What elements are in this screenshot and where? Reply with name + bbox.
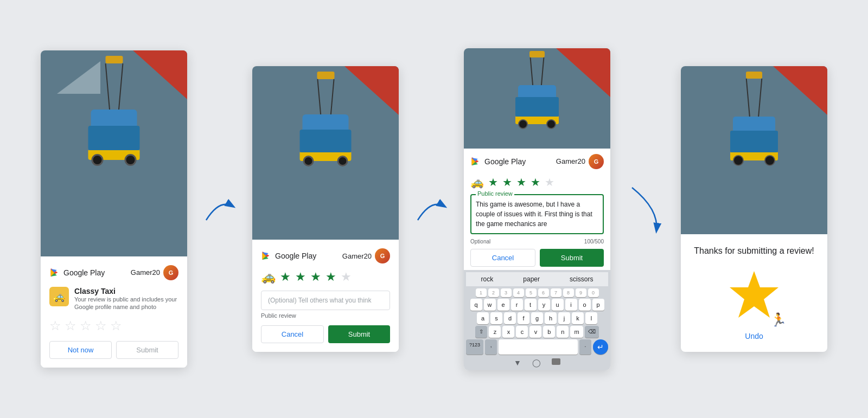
kb-g[interactable]: g — [531, 312, 543, 324]
kb-w[interactable]: w — [484, 299, 496, 311]
kb-nav-home[interactable]: ◯ — [532, 358, 541, 367]
kb-p[interactable]: p — [592, 299, 604, 311]
kb-4[interactable]: 4 — [513, 288, 524, 297]
user-avatar-1: G — [163, 265, 178, 280]
suggestion-rock[interactable]: rock — [481, 275, 494, 283]
kb-e[interactable]: e — [497, 299, 509, 311]
stars-row-1[interactable]: ☆ ☆ ☆ ☆ ☆ — [49, 318, 178, 333]
kb-comma[interactable]: , — [485, 339, 497, 355]
star-3-3[interactable]: ★ — [516, 176, 526, 189]
kb-j[interactable]: j — [558, 312, 570, 324]
taxi-icon-2: 🚕 — [261, 270, 276, 284]
kb-y[interactable]: y — [538, 299, 550, 311]
google-play-icon-1 — [49, 267, 60, 278]
user-name-1: Gamer20 — [131, 268, 160, 276]
kb-period[interactable]: . — [579, 339, 591, 355]
star-3-4[interactable]: ★ — [531, 176, 540, 189]
screen3: Google Play Gamer20 G 🚕 ★ ★ ★ ★ ★ Public… — [464, 48, 610, 370]
cancel-button-2[interactable]: Cancel — [261, 325, 324, 343]
suggestion-scissors[interactable]: scissors — [570, 275, 593, 283]
kb-7[interactable]: 7 — [551, 288, 561, 297]
app-info-1: 🚕 Classy Taxi Your review is public and … — [49, 287, 178, 311]
kb-h[interactable]: h — [545, 312, 557, 324]
kb-3[interactable]: 3 — [501, 288, 512, 297]
review-counter-3: 100/500 — [584, 239, 604, 245]
arrow-svg-3 — [627, 177, 665, 242]
kb-i[interactable]: i — [565, 299, 577, 311]
suggestion-paper[interactable]: paper — [523, 275, 540, 283]
star-2-2[interactable]: ★ — [295, 270, 306, 284]
taxi-icon-3: 🚕 — [470, 176, 484, 189]
gplay-header-1: Google Play Gamer20 G — [49, 265, 178, 280]
kb-l[interactable]: l — [585, 312, 597, 324]
star-3-2[interactable]: ★ — [502, 176, 512, 189]
submit-button-1[interactable]: Submit — [116, 341, 178, 359]
kb-u[interactable]: u — [552, 299, 564, 311]
star-2-1[interactable]: ★ — [280, 270, 291, 284]
kb-b[interactable]: b — [543, 326, 555, 338]
app-icon-1: 🚕 — [49, 287, 69, 306]
kb-sym[interactable]: ?123 — [466, 339, 483, 355]
kb-2[interactable]: 2 — [488, 288, 499, 297]
screen1: Google Play Gamer20 G 🚕 Classy Taxi Your… — [41, 50, 187, 368]
star-3-1[interactable]: ★ — [488, 176, 498, 189]
kb-z[interactable]: z — [489, 326, 501, 338]
kb-n[interactable]: n — [557, 326, 569, 338]
star-1-4[interactable]: ☆ — [95, 318, 107, 333]
arrow-1 — [203, 188, 236, 231]
kb-f[interactable]: f — [518, 312, 529, 324]
kb-delete[interactable]: ⌫ — [585, 326, 599, 338]
kb-1[interactable]: 1 — [476, 288, 487, 297]
kb-6[interactable]: 6 — [538, 288, 549, 297]
game-background-2 — [252, 66, 399, 240]
kb-row-2: a s d f g h j k l — [466, 312, 608, 324]
kb-c[interactable]: c — [516, 326, 528, 338]
cancel-button-3[interactable]: Cancel — [470, 249, 535, 267]
thanks-text: Thanks for submitting a review! — [690, 245, 819, 257]
kb-o[interactable]: o — [579, 299, 591, 311]
kb-8[interactable]: 8 — [563, 288, 574, 297]
undo-button[interactable]: Undo — [745, 332, 763, 340]
kb-r[interactable]: r — [511, 299, 523, 311]
gplay-user-1: Gamer20 G — [131, 265, 178, 280]
kb-v[interactable]: v — [529, 326, 541, 338]
kb-9[interactable]: 9 — [576, 288, 586, 297]
star-2-4[interactable]: ★ — [326, 270, 336, 284]
star-3-5[interactable]: ★ — [545, 176, 554, 189]
kb-nav-down[interactable]: ▼ — [514, 358, 521, 367]
gplay-logo-text-1: Google Play — [63, 268, 105, 277]
kb-a[interactable]: a — [477, 312, 489, 324]
review-input-2[interactable]: (Optional) Tell others what you think — [261, 291, 390, 310]
kb-d[interactable]: d — [504, 312, 516, 324]
review-counter-row: Optional 100/500 — [470, 239, 604, 245]
kb-m[interactable]: m — [570, 326, 583, 338]
gplay-logo-3: Google Play — [470, 156, 526, 167]
gplay-user-2: Gamer20 G — [342, 248, 390, 263]
kb-t[interactable]: t — [525, 299, 537, 311]
kb-x[interactable]: x — [502, 326, 514, 338]
star-2-5[interactable]: ★ — [341, 270, 352, 284]
star-1-5[interactable]: ☆ — [110, 318, 122, 333]
submit-button-3[interactable]: Submit — [540, 249, 604, 267]
kb-k[interactable]: k — [572, 312, 584, 324]
kb-shift[interactable]: ⇧ — [475, 326, 487, 338]
submit-button-2[interactable]: Submit — [328, 325, 390, 343]
game-background-4 — [681, 66, 827, 234]
kb-space[interactable] — [499, 339, 578, 355]
star-2-3[interactable]: ★ — [310, 270, 321, 284]
kb-0[interactable]: 0 — [588, 288, 599, 297]
kb-s[interactable]: s — [490, 312, 502, 324]
not-now-button[interactable]: Not now — [49, 341, 112, 359]
kb-row-nums: 1 2 3 4 5 6 7 8 9 0 — [466, 288, 608, 297]
review-text-3: This game is awesome, but I have a coupl… — [476, 200, 598, 229]
review-textarea-3[interactable]: Public review This game is awesome, but … — [470, 194, 604, 234]
kb-5[interactable]: 5 — [526, 288, 537, 297]
star-1-1[interactable]: ☆ — [49, 318, 61, 333]
star-1-3[interactable]: ☆ — [80, 318, 92, 333]
gplay-header-2: Google Play Gamer20 G — [261, 248, 390, 263]
svg-marker-0 — [730, 271, 778, 318]
star-1-2[interactable]: ☆ — [65, 318, 76, 333]
kb-enter[interactable]: ↵ — [593, 339, 608, 355]
kb-q[interactable]: q — [470, 299, 482, 311]
kb-nav-square[interactable] — [552, 358, 560, 365]
